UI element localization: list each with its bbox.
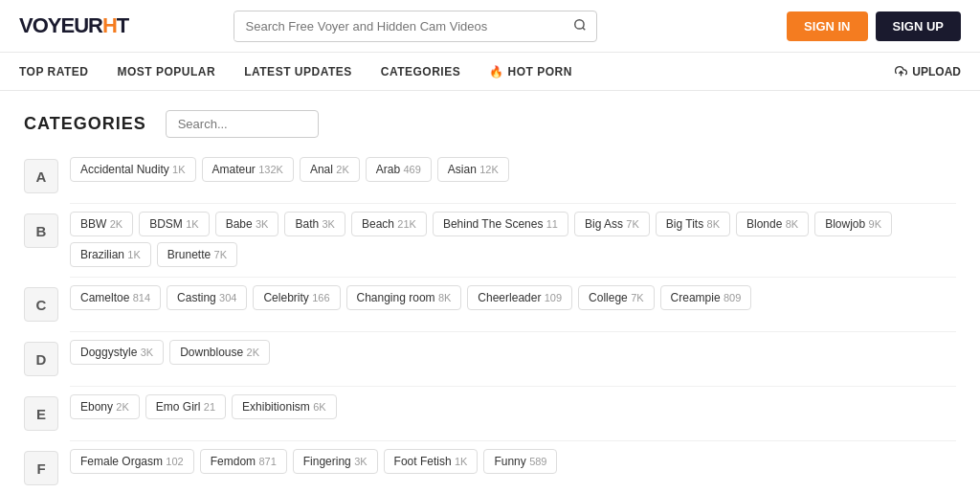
letter-badge-b: B — [24, 213, 58, 248]
tag-item[interactable]: Accidental Nudity 1K — [70, 157, 196, 182]
tags-container-f: Female Orgasm 102Femdom 871Fingering 3KF… — [70, 449, 557, 474]
tag-item[interactable]: Bath 3K — [284, 212, 345, 236]
tag-item[interactable]: Funny 589 — [483, 449, 557, 474]
tag-item[interactable]: Doggystyle 3K — [70, 340, 164, 365]
tags-container-b: BBW 2KBDSM 1KBabe 3KBath 3KBeach 21KBehi… — [70, 212, 956, 267]
category-search-input[interactable] — [166, 110, 319, 138]
tag-item[interactable]: Beach 21K — [351, 212, 427, 236]
tag-item[interactable]: Blonde 8K — [736, 212, 809, 236]
tag-item[interactable]: Behind The Scenes 11 — [433, 212, 568, 236]
tag-item[interactable]: Downblouse 2K — [169, 340, 270, 365]
tag-item[interactable]: Big Ass 7K — [574, 212, 650, 236]
main-nav: TOP RATED MOST POPULAR LATEST UPDATES CA… — [0, 53, 980, 91]
signup-button[interactable]: SIGN UP — [876, 11, 961, 41]
tag-item[interactable]: Babe 3K — [215, 212, 279, 236]
logo-accent: H — [102, 13, 117, 37]
tags-container-c: Cameltoe 814Casting 304Celebrity 166Chan… — [70, 285, 751, 310]
letter-badge-a: A — [24, 159, 58, 193]
tags-container-a: Accidental Nudity 1KAmateur 132KAnal 2KA… — [70, 157, 509, 182]
logo-text: VOYEUR — [19, 13, 102, 37]
tag-item[interactable]: Emo Girl 21 — [145, 394, 226, 419]
tag-item[interactable]: Ebony 2K — [70, 394, 140, 419]
tag-item[interactable]: Brazilian 1K — [70, 242, 151, 267]
tag-item[interactable]: Female Orgasm 102 — [70, 449, 194, 474]
nav-categories[interactable]: CATEGORIES — [381, 65, 460, 78]
letter-badge-c: C — [24, 287, 58, 322]
header-buttons: SIGN IN SIGN UP — [787, 11, 961, 41]
nav-top-rated[interactable]: TOP RATED — [19, 65, 89, 78]
tag-item[interactable]: Fingering 3K — [293, 449, 378, 474]
tags-container-e: Ebony 2KEmo Girl 21Exhibitionism 6K — [70, 394, 337, 419]
tag-item[interactable]: Celebrity 166 — [253, 285, 340, 310]
letter-badge-f: F — [24, 451, 58, 485]
search-bar — [234, 11, 597, 42]
tag-item[interactable]: Arab 469 — [366, 157, 432, 182]
upload-label: UPLOAD — [912, 65, 961, 78]
tag-item[interactable]: Cheerleader 109 — [467, 285, 572, 310]
category-section-c: CCameltoe 814Casting 304Celebrity 166Cha… — [24, 285, 956, 322]
letter-badge-e: E — [24, 396, 58, 431]
tag-item[interactable]: Blowjob 9K — [814, 212, 892, 236]
tag-item[interactable]: Femdom 871 — [200, 449, 287, 474]
signin-button[interactable]: SIGN IN — [787, 11, 867, 41]
header: VOYEURHT SIGN IN SIGN UP — [0, 0, 980, 53]
upload-button[interactable]: UPLOAD — [895, 65, 961, 78]
tag-item[interactable]: Creampie 809 — [660, 285, 752, 310]
tag-item[interactable]: Exhibitionism 6K — [232, 394, 337, 419]
divider — [70, 440, 956, 441]
tag-item[interactable]: Casting 304 — [167, 285, 247, 310]
search-icon — [573, 18, 587, 32]
tag-item[interactable]: Anal 2K — [300, 157, 360, 182]
tag-item[interactable]: Changing room 8K — [346, 285, 462, 310]
page-header: CATEGORIES — [24, 110, 956, 138]
nav-hot-porn[interactable]: 🔥 HOT PORN — [489, 65, 572, 78]
divider — [70, 331, 956, 332]
divider — [70, 386, 956, 387]
tag-item[interactable]: Cameltoe 814 — [70, 285, 161, 310]
upload-icon — [895, 65, 907, 78]
category-section-f: FFemale Orgasm 102Femdom 871Fingering 3K… — [24, 449, 956, 485]
tag-item[interactable]: Big Tits 8K — [656, 212, 730, 236]
letter-badge-d: D — [24, 342, 58, 376]
tag-item[interactable]: Asian 12K — [437, 157, 509, 182]
nav-most-popular[interactable]: MOST POPULAR — [118, 65, 216, 78]
tag-item[interactable]: Amateur 132K — [202, 157, 294, 182]
search-button[interactable] — [564, 11, 596, 41]
category-section-b: BBBW 2KBDSM 1KBabe 3KBath 3KBeach 21KBeh… — [24, 212, 956, 267]
tag-item[interactable]: Foot Fetish 1K — [384, 449, 479, 474]
tag-item[interactable]: BBW 2K — [70, 212, 133, 236]
page-title: CATEGORIES — [24, 114, 146, 134]
search-input[interactable] — [234, 12, 564, 40]
tag-item[interactable]: BDSM 1K — [139, 212, 209, 236]
category-section-e: EEbony 2KEmo Girl 21Exhibitionism 6K — [24, 394, 956, 431]
category-section-d: DDoggystyle 3KDownblouse 2K — [24, 340, 956, 376]
nav-latest-updates[interactable]: LATEST UPDATES — [244, 65, 352, 78]
svg-point-0 — [574, 19, 583, 28]
divider — [70, 203, 956, 204]
main-content: CATEGORIES AAccidental Nudity 1KAmateur … — [0, 91, 980, 493]
svg-line-1 — [582, 27, 585, 30]
tags-container-d: Doggystyle 3KDownblouse 2K — [70, 340, 270, 365]
tag-item[interactable]: Brunette 7K — [157, 242, 237, 267]
logo[interactable]: VOYEURHT — [19, 13, 128, 38]
tag-item[interactable]: College 7K — [578, 285, 655, 310]
divider — [70, 277, 956, 278]
logo-suffix: T — [117, 13, 128, 37]
categories-list: AAccidental Nudity 1KAmateur 132KAnal 2K… — [24, 157, 956, 493]
category-section-a: AAccidental Nudity 1KAmateur 132KAnal 2K… — [24, 157, 956, 193]
